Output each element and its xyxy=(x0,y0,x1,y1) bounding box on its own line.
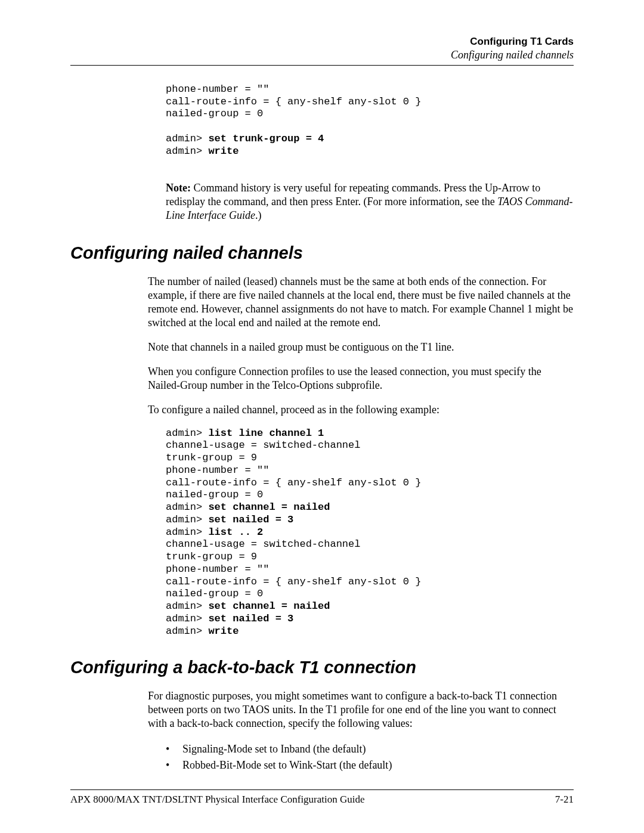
bullet-list: Signaling-Mode set to Inband (the defaul… xyxy=(166,741,574,773)
code-command: set channel = nailed xyxy=(208,501,330,513)
header-chapter: Configuring T1 Cards xyxy=(70,36,574,48)
code-line: trunk-group = 9 xyxy=(166,452,257,463)
code-command: write xyxy=(208,145,239,157)
paragraph: For diagnostic purposes, you might somet… xyxy=(148,689,574,730)
code-command: set nailed = 3 xyxy=(208,514,293,525)
code-prompt: admin> xyxy=(166,428,208,439)
code-prompt: admin> xyxy=(166,145,208,157)
code-line: call-route-info = { any-shelf any-slot 0… xyxy=(166,96,421,107)
list-item: Signaling-Mode set to Inband (the defaul… xyxy=(166,741,574,757)
header-section: Configuring nailed channels xyxy=(70,49,574,61)
code-command: set nailed = 3 xyxy=(208,613,293,624)
header-rule xyxy=(70,65,574,66)
paragraph: The number of nailed (leased) channels m… xyxy=(148,275,574,330)
page-number: 7-21 xyxy=(555,794,574,806)
note-suffix: .) xyxy=(255,209,262,221)
paragraph: Note that channels in a nailed group mus… xyxy=(148,340,574,354)
code-prompt: admin> xyxy=(166,133,208,144)
code-line: nailed-group = 0 xyxy=(166,108,263,119)
code-line: call-route-info = { any-shelf any-slot 0… xyxy=(166,576,421,587)
code-prompt: admin> xyxy=(166,625,208,637)
code-block-2: admin> list line channel 1 channel-usage… xyxy=(166,428,574,637)
note-body: Command history is very useful for repea… xyxy=(166,182,540,208)
page: Configuring T1 Cards Configuring nailed … xyxy=(0,0,644,833)
code-prompt: admin> xyxy=(166,501,208,513)
code-prompt: admin> xyxy=(166,613,208,624)
footer-rule xyxy=(70,789,574,790)
page-header: Configuring T1 Cards Configuring nailed … xyxy=(70,36,574,61)
note: Note: Command history is very useful for… xyxy=(166,181,574,222)
code-line: trunk-group = 9 xyxy=(166,551,257,562)
list-item: Robbed-Bit-Mode set to Wink-Start (the d… xyxy=(166,757,574,773)
code-line: call-route-info = { any-shelf any-slot 0… xyxy=(166,477,421,488)
code-line: channel-usage = switched-channel xyxy=(166,439,360,451)
code-line: phone-number = "" xyxy=(166,563,269,575)
code-command: list line channel 1 xyxy=(208,428,324,439)
code-prompt: admin> xyxy=(166,514,208,525)
code-command: write xyxy=(208,625,239,637)
code-line: nailed-group = 0 xyxy=(166,588,263,599)
heading-nailed-channels: Configuring nailed channels xyxy=(70,243,574,263)
paragraph: To configure a nailed channel, proceed a… xyxy=(148,403,574,417)
code-block-1: phone-number = "" call-route-info = { an… xyxy=(166,83,574,157)
code-prompt: admin> xyxy=(166,600,208,612)
code-command: set channel = nailed xyxy=(208,600,330,612)
page-footer: APX 8000/MAX TNT/DSLTNT Physical Interfa… xyxy=(70,789,574,806)
code-line: channel-usage = switched-channel xyxy=(166,538,360,550)
code-line: nailed-group = 0 xyxy=(166,489,263,500)
note-label: Note: xyxy=(166,182,191,194)
paragraph: When you configure Connection profiles t… xyxy=(148,365,574,392)
code-command: set trunk-group = 4 xyxy=(208,133,324,144)
footer-row: APX 8000/MAX TNT/DSLTNT Physical Interfa… xyxy=(70,794,574,806)
heading-back-to-back: Configuring a back-to-back T1 connection xyxy=(70,658,574,677)
footer-title: APX 8000/MAX TNT/DSLTNT Physical Interfa… xyxy=(70,794,365,806)
code-line: phone-number = "" xyxy=(166,465,269,476)
code-line: phone-number = "" xyxy=(166,83,269,95)
code-command: list .. 2 xyxy=(208,527,263,538)
code-prompt: admin> xyxy=(166,527,208,538)
